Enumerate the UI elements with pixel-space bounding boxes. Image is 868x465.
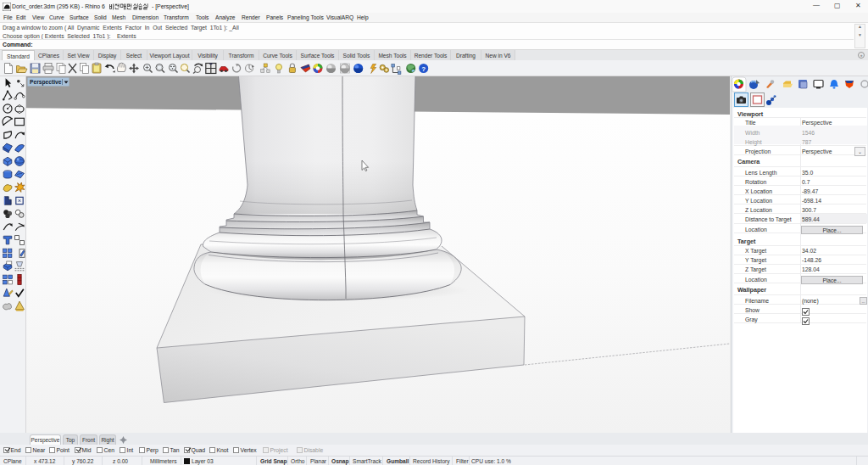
svg-text:?: ? — [421, 65, 426, 73]
svg-text:Perspective: Perspective — [30, 79, 62, 86]
